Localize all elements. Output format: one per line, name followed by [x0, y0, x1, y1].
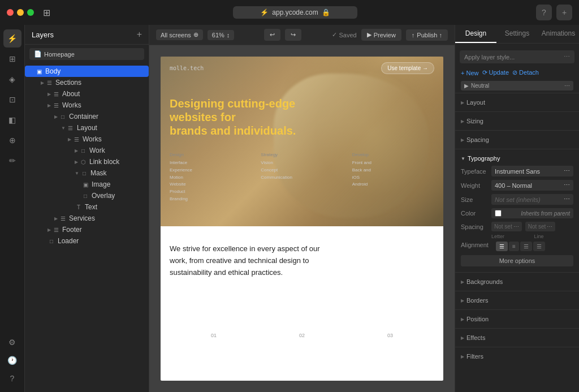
col-develop-item: Front andBack andiOSAndroid — [352, 160, 434, 188]
typography-section-header[interactable]: ▼ Typography — [455, 153, 579, 164]
layer-loader[interactable]: □ Loader — [25, 235, 149, 247]
canvas-nav: molle.tech Use template → — [161, 57, 443, 80]
hero-title: Designing cutting-edge websites for bran… — [170, 97, 315, 137]
weight-row: Weight 400 – Normal ⋯ — [455, 178, 579, 192]
apply-style-text: Apply layer style... — [464, 54, 515, 61]
canvas-scroll[interactable]: molle.tech Use template → Designing cutt… — [149, 45, 455, 392]
borders-label: ▶ Borders — [461, 297, 489, 304]
backgrounds-section-header[interactable]: ▶ Backgrounds — [455, 276, 579, 287]
letter-menu-icon: ⋯ — [513, 223, 519, 230]
spacing-labels-row: Letter Line — [455, 233, 579, 240]
panel-actions-row: + New ⟳ Update ⊘ Detach — [455, 67, 579, 79]
apply-style-field[interactable]: Apply layer style... ⋯ — [460, 50, 574, 63]
sidebar-item-pages[interactable]: ◧ — [3, 111, 21, 129]
spacing-section-header[interactable]: ▶ Spacing — [455, 134, 579, 145]
layer-work[interactable]: ▶ □ Work — [25, 145, 149, 156]
layer-works-top[interactable]: ▶ ☰ Works — [25, 100, 149, 111]
screens-selector[interactable]: All screens ⊕ — [156, 29, 203, 40]
preview-button[interactable]: ▶ Preview — [361, 29, 401, 41]
sidebar-item-layers[interactable]: ⊞ — [3, 50, 21, 68]
align-justify-button[interactable]: ☰ — [533, 242, 545, 251]
col-strategy: Strategy VisionConceptCommunication — [261, 152, 343, 203]
sidebar-item-assets[interactable]: ◈ — [3, 70, 21, 88]
position-chevron: ▶ — [461, 317, 464, 322]
help-button[interactable]: ? — [536, 5, 552, 20]
maximize-button[interactable] — [27, 9, 34, 16]
undo-button[interactable]: ↩ — [264, 29, 280, 41]
filters-section-header[interactable]: ▶ Filters — [455, 351, 579, 362]
layer-works-inner[interactable]: ▶ ☰ Works — [25, 133, 149, 145]
update-button[interactable]: ⟳ Update — [482, 69, 509, 76]
more-options-button[interactable]: More options — [461, 255, 573, 266]
sidebar-item-components[interactable]: ⊡ — [3, 91, 21, 109]
layer-label: Services — [69, 214, 95, 222]
layer-layout[interactable]: ▼ ☰ Layout — [25, 122, 149, 133]
minimize-button[interactable] — [17, 9, 24, 16]
lock-icon: 🔒 — [322, 8, 330, 16]
align-left-button[interactable]: ☰ — [496, 242, 508, 251]
expand-icon: ▶ — [54, 216, 58, 221]
neutral-badge[interactable]: ▶ Neutral ⋯ — [461, 81, 573, 91]
canvas-toolbar: All screens ⊕ 61% ↕ ↩ ↪ ✓ Save — [149, 25, 455, 45]
layer-sections[interactable]: ▶ ☰ Sections — [25, 77, 149, 88]
letter-spacing-value[interactable]: Not set ⋯ — [491, 222, 522, 231]
close-button[interactable] — [7, 9, 14, 16]
layer-mask[interactable]: ▼ □ Mask — [25, 167, 149, 179]
align-center-button[interactable]: ≡ — [509, 242, 519, 251]
url-bar[interactable]: ⚡ app.ycode.com 🔒 — [233, 6, 357, 19]
position-section-header[interactable]: ▶ Position — [455, 313, 579, 325]
align-right-button[interactable]: ☰ — [520, 242, 532, 251]
canvas-toolbar-right: ✓ Saved ▶ Preview ↑ Publish ↑ — [332, 29, 448, 41]
publish-icon: ↑ — [412, 32, 415, 38]
layer-footer[interactable]: ▶ ☰ Footer — [25, 224, 149, 235]
tab-animations[interactable]: Animations — [538, 25, 579, 43]
line-spacing-value[interactable]: Not set ⋯ — [525, 222, 556, 231]
detach-button[interactable]: ⊘ Detach — [512, 69, 539, 76]
layer-label: Mask — [90, 169, 107, 177]
add-layer-button[interactable]: + — [137, 29, 142, 40]
color-row: Color Inherits from parent — [455, 206, 579, 220]
zoom-selector[interactable]: 61% ↕ — [208, 30, 235, 40]
add-tab-button[interactable]: + — [556, 5, 572, 20]
size-value[interactable]: Not set (inherits) ⋯ — [491, 194, 573, 205]
borders-section-header[interactable]: ▶ Borders — [455, 295, 579, 306]
apply-style-icon: ⋯ — [564, 53, 570, 61]
weight-value[interactable]: 400 – Normal ⋯ — [491, 180, 573, 191]
layer-link-block[interactable]: ▶ ⬡ Link block — [25, 156, 149, 167]
publish-button[interactable]: ↑ Publish ↑ — [406, 29, 448, 41]
canvas-toolbar-center: ↩ ↪ — [241, 29, 325, 41]
sidebar-toggle[interactable]: ⊞ — [38, 7, 54, 18]
sidebar-item-settings[interactable]: ⚙ — [3, 333, 21, 351]
layer-image[interactable]: ▣ Image — [25, 179, 149, 190]
layer-body[interactable]: ▣ Body — [25, 66, 149, 77]
add-new-button[interactable]: + New — [461, 70, 479, 76]
color-value[interactable]: Inherits from parent — [491, 208, 573, 218]
layer-about[interactable]: ▶ ☰ About — [25, 88, 149, 100]
redo-button[interactable]: ↪ — [285, 29, 301, 41]
layout-section-header[interactable]: ▶ Layout — [455, 97, 579, 108]
sidebar-item-globe[interactable]: ⊕ — [3, 131, 21, 149]
sizing-section-header[interactable]: ▶ Sizing — [455, 115, 579, 127]
weight-label: Weight — [461, 182, 488, 189]
icon-sidebar: ⚡ ⊞ ◈ ⊡ ◧ ⊕ ✏ ⚙ 🕐 ? — [0, 25, 25, 392]
sidebar-item-help-bottom[interactable]: ? — [3, 369, 21, 387]
sidebar-item-pen[interactable]: ✏ — [3, 152, 21, 170]
typeface-value[interactable]: Instrument Sans ⋯ — [491, 166, 573, 176]
page-indicator[interactable]: 📄 Homepage — [29, 48, 144, 60]
neutral-menu-icon: ⋯ — [564, 83, 570, 89]
layer-text[interactable]: T Text — [25, 201, 149, 213]
size-menu-icon: ⋯ — [564, 196, 570, 203]
sidebar-item-logo[interactable]: ⚡ — [3, 29, 21, 48]
col-develop-title: Develop — [352, 152, 434, 157]
screens-label: All screens — [161, 32, 191, 38]
tab-design[interactable]: Design — [455, 25, 496, 43]
layer-services[interactable]: ▶ ☰ Services — [25, 213, 149, 224]
site-icon: ⚡ — [260, 8, 269, 16]
tab-settings[interactable]: Settings — [496, 25, 538, 43]
sidebar-item-history[interactable]: 🕐 — [3, 351, 21, 369]
backgrounds-section: ▶ Backgrounds — [455, 272, 579, 291]
layer-overlay[interactable]: □ Overlay — [25, 190, 149, 201]
layer-container[interactable]: ▶ □ Container — [25, 111, 149, 122]
use-template-button[interactable]: Use template → — [381, 62, 434, 74]
effects-section-header[interactable]: ▶ Effects — [455, 332, 579, 343]
